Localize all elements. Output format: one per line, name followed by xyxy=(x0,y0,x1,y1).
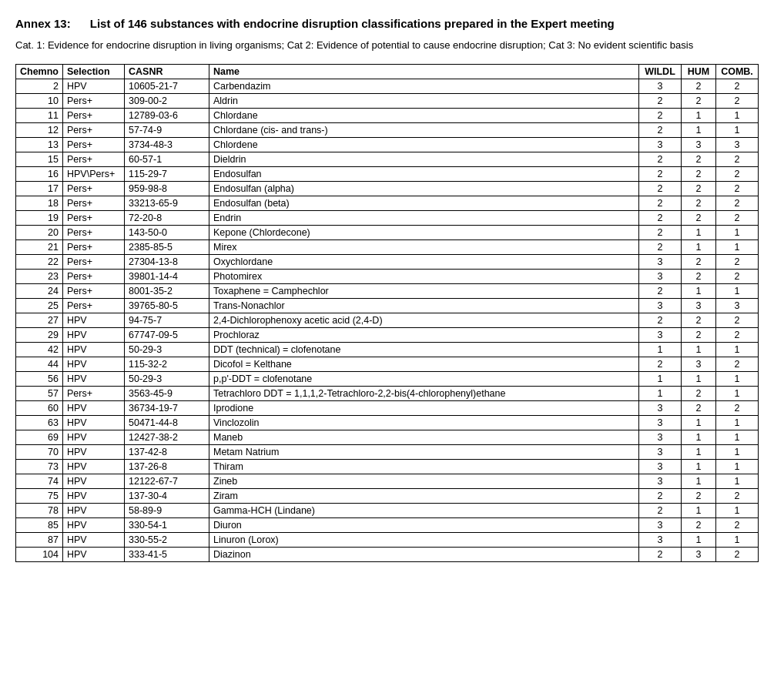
cell-row22-col6: 2 xyxy=(716,400,759,415)
cell-row27-col3: Zineb xyxy=(209,474,639,488)
cell-row12-col1: Pers+ xyxy=(63,254,125,269)
cell-row9-col0: 19 xyxy=(16,210,63,225)
cell-row18-col2: 50-29-3 xyxy=(125,342,209,357)
cell-row10-col3: Kepone (Chlordecone) xyxy=(209,225,639,239)
cell-row28-col5: 2 xyxy=(682,488,716,503)
cell-row12-col5: 2 xyxy=(682,254,716,269)
cell-row6-col0: 16 xyxy=(16,166,63,181)
cell-row3-col1: Pers+ xyxy=(63,122,125,137)
cell-row9-col5: 2 xyxy=(682,210,716,225)
cell-row1-col4: 2 xyxy=(639,93,682,108)
cell-row12-col3: Oxychlordane xyxy=(209,254,639,269)
table-row: 13Pers+3734-48-3Chlordene333 xyxy=(16,137,759,152)
cell-row4-col0: 13 xyxy=(16,137,63,152)
cell-row17-col6: 2 xyxy=(716,327,759,342)
cell-row28-col4: 2 xyxy=(639,488,682,503)
cell-row1-col0: 10 xyxy=(16,93,63,108)
table-row: 44HPV115-32-2Dicofol = Kelthane232 xyxy=(16,357,759,371)
cell-row5-col5: 2 xyxy=(682,152,716,166)
cell-row32-col4: 2 xyxy=(639,547,682,561)
cell-row14-col3: Toxaphene = Camphechlor xyxy=(209,283,639,298)
cell-row28-col3: Ziram xyxy=(209,488,639,503)
cell-row24-col1: HPV xyxy=(63,430,125,444)
cell-row22-col2: 36734-19-7 xyxy=(125,400,209,415)
cell-row9-col4: 2 xyxy=(639,210,682,225)
cell-row23-col2: 50471-44-8 xyxy=(125,415,209,430)
cell-row24-col3: Maneb xyxy=(209,430,639,444)
cell-row17-col4: 3 xyxy=(639,327,682,342)
cell-row1-col2: 309-00-2 xyxy=(125,93,209,108)
cell-row25-col2: 137-42-8 xyxy=(125,444,209,459)
cell-row5-col1: Pers+ xyxy=(63,152,125,166)
cell-row26-col1: HPV xyxy=(63,459,125,474)
cell-row15-col1: Pers+ xyxy=(63,298,125,313)
cell-row11-col2: 2385-85-5 xyxy=(125,239,209,254)
table-row: 29HPV67747-09-5Prochloraz322 xyxy=(16,327,759,342)
cell-row16-col2: 94-75-7 xyxy=(125,313,209,327)
cell-row13-col3: Photomirex xyxy=(209,269,639,283)
cell-row21-col1: Pers+ xyxy=(63,386,125,400)
cell-row25-col6: 1 xyxy=(716,444,759,459)
cell-row19-col4: 2 xyxy=(639,357,682,371)
cell-row21-col2: 3563-45-9 xyxy=(125,386,209,400)
cell-row0-col4: 3 xyxy=(639,79,682,93)
cell-row14-col2: 8001-35-2 xyxy=(125,283,209,298)
cell-row26-col0: 73 xyxy=(16,459,63,474)
cell-row0-col0: 2 xyxy=(16,79,63,93)
cell-row5-col2: 60-57-1 xyxy=(125,152,209,166)
cell-row14-col4: 2 xyxy=(639,283,682,298)
cell-row22-col0: 60 xyxy=(16,400,63,415)
cell-row5-col4: 2 xyxy=(639,152,682,166)
cell-row24-col2: 12427-38-2 xyxy=(125,430,209,444)
cell-row29-col5: 1 xyxy=(682,503,716,517)
cell-row10-col6: 1 xyxy=(716,225,759,239)
cell-row10-col5: 1 xyxy=(682,225,716,239)
table-row: 60HPV36734-19-7Iprodione322 xyxy=(16,400,759,415)
cell-row11-col6: 1 xyxy=(716,239,759,254)
cell-row26-col2: 137-26-8 xyxy=(125,459,209,474)
cell-row18-col3: DDT (technical) = clofenotane xyxy=(209,342,639,357)
cell-row24-col6: 1 xyxy=(716,430,759,444)
cell-row26-col6: 1 xyxy=(716,459,759,474)
cell-row30-col4: 3 xyxy=(639,517,682,532)
cell-row5-col3: Dieldrin xyxy=(209,152,639,166)
cell-row2-col1: Pers+ xyxy=(63,108,125,122)
cell-row26-col3: Thiram xyxy=(209,459,639,474)
cell-row32-col2: 333-41-5 xyxy=(125,547,209,561)
cell-row6-col5: 2 xyxy=(682,166,716,181)
cell-row8-col5: 2 xyxy=(682,196,716,210)
cell-row15-col0: 25 xyxy=(16,298,63,313)
cell-row12-col4: 3 xyxy=(639,254,682,269)
cell-row23-col5: 1 xyxy=(682,415,716,430)
substances-table: Chemno Selection CASNR Name WILDL HUM CO… xyxy=(15,64,759,562)
cell-row31-col5: 1 xyxy=(682,532,716,547)
cell-row29-col1: HPV xyxy=(63,503,125,517)
annex-header: Annex 13: List of 146 substances with en… xyxy=(15,15,759,53)
table-row: 78HPV58-89-9Gamma-HCH (Lindane)211 xyxy=(16,503,759,517)
cell-row6-col6: 2 xyxy=(716,166,759,181)
cell-row18-col0: 42 xyxy=(16,342,63,357)
cell-row7-col2: 959-98-8 xyxy=(125,181,209,196)
table-row: 22Pers+27304-13-8Oxychlordane322 xyxy=(16,254,759,269)
cell-row4-col5: 3 xyxy=(682,137,716,152)
cell-row14-col6: 1 xyxy=(716,283,759,298)
cell-row21-col4: 1 xyxy=(639,386,682,400)
cell-row7-col3: Endosulfan (alpha) xyxy=(209,181,639,196)
cell-row2-col0: 11 xyxy=(16,108,63,122)
cell-row21-col6: 1 xyxy=(716,386,759,400)
cell-row22-col3: Iprodione xyxy=(209,400,639,415)
cell-row19-col6: 2 xyxy=(716,357,759,371)
cell-row5-col6: 2 xyxy=(716,152,759,166)
cell-row19-col2: 115-32-2 xyxy=(125,357,209,371)
table-row: 2HPV10605-21-7Carbendazim322 xyxy=(16,79,759,93)
cell-row22-col5: 2 xyxy=(682,400,716,415)
table-row: 25Pers+39765-80-5Trans-Nonachlor333 xyxy=(16,298,759,313)
cell-row1-col3: Aldrin xyxy=(209,93,639,108)
cell-row16-col4: 2 xyxy=(639,313,682,327)
cell-row7-col1: Pers+ xyxy=(63,181,125,196)
cell-row20-col3: p,p'-DDT = clofenotane xyxy=(209,371,639,386)
cell-row16-col3: 2,4-Dichlorophenoxy acetic acid (2,4-D) xyxy=(209,313,639,327)
cell-row20-col6: 1 xyxy=(716,371,759,386)
cell-row1-col5: 2 xyxy=(682,93,716,108)
cell-row4-col6: 3 xyxy=(716,137,759,152)
